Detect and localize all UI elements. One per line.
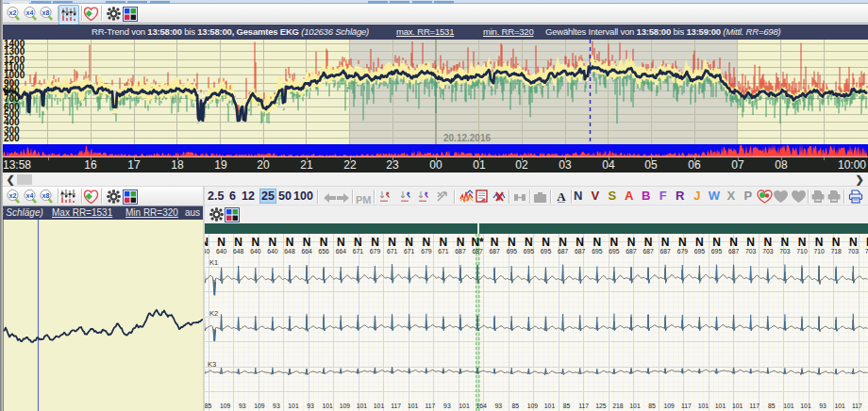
svg-text:A: A <box>557 189 566 204</box>
svg-text:687: 687 <box>575 248 586 255</box>
svg-text:N*: N* <box>471 236 484 249</box>
svg-text:N: N <box>678 236 687 249</box>
svg-text:N: N <box>763 236 772 249</box>
svg-text:N: N <box>627 236 636 249</box>
svg-text:695: 695 <box>524 248 535 255</box>
svg-text:687: 687 <box>490 248 501 255</box>
svg-text:117: 117 <box>425 403 435 409</box>
svg-text:117: 117 <box>391 403 401 409</box>
svg-text:679: 679 <box>421 248 432 255</box>
svg-text:101: 101 <box>357 403 368 409</box>
svg-text:85: 85 <box>512 403 520 409</box>
svg-text:93: 93 <box>239 403 246 409</box>
svg-text:718: 718 <box>831 248 843 255</box>
svg-text:N: N <box>320 236 328 249</box>
svg-text:N: N <box>440 236 448 249</box>
svg-text:x8: x8 <box>42 9 49 16</box>
svg-text:695: 695 <box>541 248 552 255</box>
svg-text:x2: x2 <box>9 9 17 16</box>
svg-text:101: 101 <box>408 403 419 409</box>
svg-text:101: 101 <box>800 403 811 409</box>
svg-text:695: 695 <box>694 248 706 255</box>
svg-text:1400: 1400 <box>4 40 25 49</box>
svg-text:687: 687 <box>455 248 466 255</box>
svg-text:N: N <box>457 236 465 249</box>
svg-text:117: 117 <box>681 403 692 409</box>
svg-text:687: 687 <box>472 248 483 255</box>
svg-text:695: 695 <box>609 248 620 255</box>
svg-text:N: N <box>712 236 721 249</box>
svg-text:109: 109 <box>527 403 539 409</box>
svg-text:N: N <box>251 236 259 249</box>
svg-text:x8: x8 <box>42 192 49 199</box>
svg-text:x4: x4 <box>25 9 33 16</box>
svg-text:164: 164 <box>476 403 487 409</box>
svg-text:671: 671 <box>353 248 364 255</box>
svg-text:640: 640 <box>267 248 278 255</box>
svg-text:101: 101 <box>323 403 334 409</box>
svg-text:695: 695 <box>592 248 603 255</box>
svg-text:703: 703 <box>848 248 860 255</box>
svg-text:93: 93 <box>307 403 314 409</box>
svg-text:117: 117 <box>749 403 760 409</box>
svg-text:N: N <box>849 236 858 249</box>
svg-text:N: N <box>746 236 755 249</box>
svg-text:101: 101 <box>374 403 385 409</box>
svg-text:101: 101 <box>783 403 794 409</box>
svg-text:N: N <box>695 236 704 249</box>
svg-text:K1: K1 <box>209 258 218 267</box>
svg-text:109: 109 <box>220 403 231 409</box>
svg-text:703: 703 <box>762 248 774 255</box>
svg-text:671: 671 <box>404 248 415 255</box>
svg-text:640: 640 <box>205 248 209 255</box>
svg-text:679: 679 <box>370 248 381 255</box>
svg-text:N: N <box>371 236 379 249</box>
svg-text:N: N <box>781 236 790 249</box>
svg-text:687: 687 <box>660 248 672 255</box>
svg-text:101: 101 <box>835 403 846 409</box>
svg-text:648: 648 <box>233 248 244 255</box>
svg-text:101: 101 <box>698 403 709 409</box>
svg-text:N: N <box>576 236 584 249</box>
svg-text:664: 664 <box>336 248 347 255</box>
svg-text:687: 687 <box>558 248 569 255</box>
svg-text:N: N <box>815 236 824 249</box>
svg-text:N: N <box>491 236 499 249</box>
svg-text:101: 101 <box>459 403 470 409</box>
svg-text:125: 125 <box>595 403 607 409</box>
svg-text:640: 640 <box>216 248 227 255</box>
svg-text:109: 109 <box>664 403 676 409</box>
svg-text:710: 710 <box>796 248 808 255</box>
svg-text:K3: K3 <box>208 360 216 369</box>
svg-text:N: N <box>661 236 670 249</box>
svg-text:N: N <box>832 236 841 249</box>
svg-text:703: 703 <box>779 248 791 255</box>
svg-text:85: 85 <box>768 403 776 409</box>
svg-text:20.12.2016: 20.12.2016 <box>443 133 491 143</box>
svg-text:93: 93 <box>494 403 502 409</box>
svg-text:x2: x2 <box>9 192 17 199</box>
svg-text:648: 648 <box>284 248 295 255</box>
svg-text:640: 640 <box>250 248 261 255</box>
svg-text:N: N <box>798 236 807 249</box>
svg-text:101: 101 <box>544 403 556 409</box>
svg-text:710: 710 <box>813 248 825 255</box>
svg-text:N: N <box>354 236 362 249</box>
svg-text:671: 671 <box>387 248 398 255</box>
svg-text:N: N <box>508 236 516 249</box>
svg-text:656: 656 <box>319 248 330 255</box>
svg-text:695: 695 <box>711 248 723 255</box>
svg-text:93: 93 <box>273 403 280 409</box>
svg-text:N: N <box>593 236 601 249</box>
svg-text:703: 703 <box>745 248 757 255</box>
svg-text:N: N <box>303 236 311 249</box>
svg-text:671: 671 <box>438 248 449 255</box>
svg-text:N: N <box>422 236 430 249</box>
svg-text:N: N <box>559 236 567 249</box>
svg-text:117: 117 <box>578 403 589 409</box>
svg-text:K2: K2 <box>209 309 218 318</box>
svg-text:N: N <box>217 236 225 249</box>
svg-text:N: N <box>644 236 653 249</box>
svg-text:93: 93 <box>443 403 451 409</box>
svg-text:N: N <box>525 236 533 249</box>
